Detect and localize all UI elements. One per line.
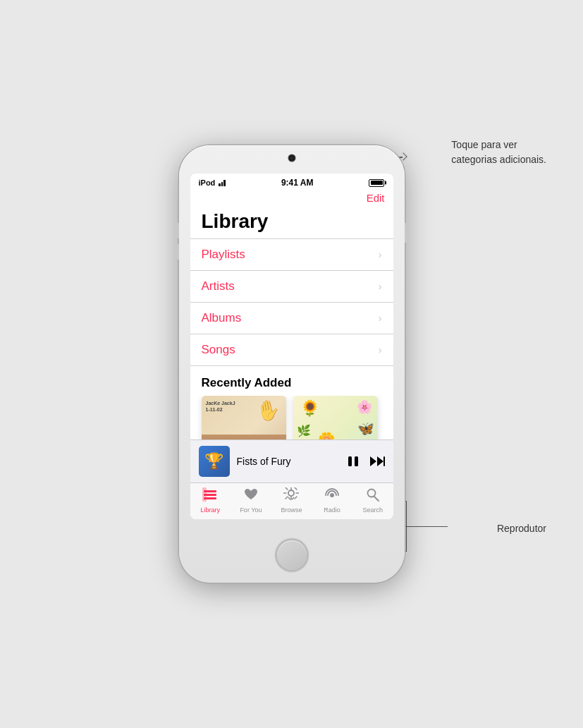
now-playing-art-icon: 🏆 xyxy=(204,452,223,471)
chevron-right-icon: › xyxy=(379,313,382,324)
tab-search[interactable]: Search xyxy=(352,487,393,514)
browse-icon xyxy=(283,487,299,505)
device-label: iPod xyxy=(199,178,216,187)
ipod-device: iPod 9:41 AM Edit xyxy=(179,145,405,583)
fast-forward-button[interactable] xyxy=(369,455,385,468)
now-playing-art: 🏆 xyxy=(199,446,230,477)
menu-list: Playlists › Artists › Albums › Songs › xyxy=(190,238,393,366)
volume-up-button[interactable] xyxy=(176,223,179,238)
svg-line-12 xyxy=(374,497,379,501)
tab-for-you[interactable]: For You xyxy=(231,487,271,514)
album-thumb-2[interactable]: 🌻 🌸 🌿 🌼 🦋 🌷 🌹 🌺 xyxy=(293,396,378,439)
album1-handprint: ✋ xyxy=(254,396,282,424)
menu-item-songs-label: Songs xyxy=(202,343,235,357)
album-thumb-1[interactable]: JacKe JackJ1-11-02 ✋ 👦👦 xyxy=(202,396,286,439)
callout-reprodutor: Reprodutor xyxy=(497,521,546,536)
heart-icon xyxy=(243,487,259,505)
svg-point-9 xyxy=(288,490,294,496)
library-icon xyxy=(202,487,218,505)
svg-rect-0 xyxy=(348,456,352,466)
callout-reprodutor-text: Reprodutor xyxy=(497,523,546,534)
power-button[interactable] xyxy=(405,223,407,243)
radio-icon xyxy=(324,487,340,505)
svg-rect-4 xyxy=(383,456,385,466)
status-left: iPod xyxy=(199,178,226,187)
chevron-right-icon: › xyxy=(379,249,382,260)
album1-text: JacKe JackJ1-11-02 xyxy=(206,400,235,413)
callout-reprodutor-line xyxy=(405,526,448,528)
flower-icon-3: 🌿 xyxy=(297,424,311,437)
chevron-right-icon: › xyxy=(379,281,382,292)
now-playing-controls xyxy=(347,455,385,468)
now-playing-title: Fists of Fury xyxy=(237,456,340,467)
menu-item-playlists-label: Playlists xyxy=(202,248,245,262)
svg-marker-3 xyxy=(377,456,383,466)
menu-item-songs[interactable]: Songs › xyxy=(190,334,393,366)
now-playing-bar[interactable]: 🏆 Fists of Fury xyxy=(190,439,393,483)
fast-forward-icon xyxy=(369,455,385,468)
tab-radio-label: Radio xyxy=(324,506,340,514)
tab-browse[interactable]: Browse xyxy=(271,487,312,514)
svg-rect-8 xyxy=(202,487,207,502)
tab-bar: Library For You xyxy=(190,483,393,519)
home-button[interactable] xyxy=(277,540,307,570)
svg-point-11 xyxy=(367,490,375,497)
svg-rect-1 xyxy=(355,456,358,466)
wifi-icon xyxy=(219,179,226,186)
tab-library[interactable]: Library xyxy=(190,487,231,514)
edit-button[interactable]: Edit xyxy=(367,192,385,204)
tab-browse-label: Browse xyxy=(281,506,302,514)
tab-for-you-label: For You xyxy=(240,506,262,514)
pause-button[interactable] xyxy=(347,455,360,468)
svg-point-10 xyxy=(330,493,334,497)
library-title: Library xyxy=(190,207,393,238)
flower-icon-2: 🌸 xyxy=(357,399,372,415)
svg-marker-2 xyxy=(370,456,376,466)
flower-icon-1: 🌻 xyxy=(300,399,319,418)
album1-photo: 👦👦 xyxy=(202,435,286,439)
menu-item-playlists[interactable]: Playlists › xyxy=(190,238,393,270)
album-grid: JacKe JackJ1-11-02 ✋ 👦👦 🌻 🌸 🌿 🌼 🦋 🌷 🌹 � xyxy=(190,396,393,439)
callout-edit: Toque para ver categorias adicionais. xyxy=(451,138,546,167)
battery-fill xyxy=(371,181,383,185)
menu-item-albums[interactable]: Albums › xyxy=(190,302,393,334)
pause-icon xyxy=(347,455,360,468)
callout-edit-text: Toque para ver categorias adicionais. xyxy=(451,139,546,165)
tab-search-label: Search xyxy=(362,506,383,514)
callout-edit-arrow xyxy=(399,152,407,160)
status-bar: iPod 9:41 AM xyxy=(190,174,393,190)
chevron-right-icon: › xyxy=(379,344,382,356)
recently-added-title: Recently Added xyxy=(190,366,393,396)
camera xyxy=(289,155,295,161)
menu-item-albums-label: Albums xyxy=(202,311,242,325)
tab-library-label: Library xyxy=(201,506,221,514)
tab-radio[interactable]: Radio xyxy=(312,487,352,514)
flower-icon-4: 🌼 xyxy=(318,431,336,439)
menu-item-artists-label: Artists xyxy=(202,279,235,293)
search-icon xyxy=(365,487,381,505)
volume-down-button[interactable] xyxy=(176,244,179,260)
edit-button-row: Edit xyxy=(190,190,393,207)
screen: iPod 9:41 AM Edit xyxy=(190,174,393,519)
menu-item-artists[interactable]: Artists › xyxy=(190,270,393,302)
status-time: 9:41 AM xyxy=(281,178,314,188)
status-right xyxy=(369,179,384,187)
flower-icon-5: 🦋 xyxy=(357,420,374,437)
battery-icon xyxy=(369,179,384,187)
